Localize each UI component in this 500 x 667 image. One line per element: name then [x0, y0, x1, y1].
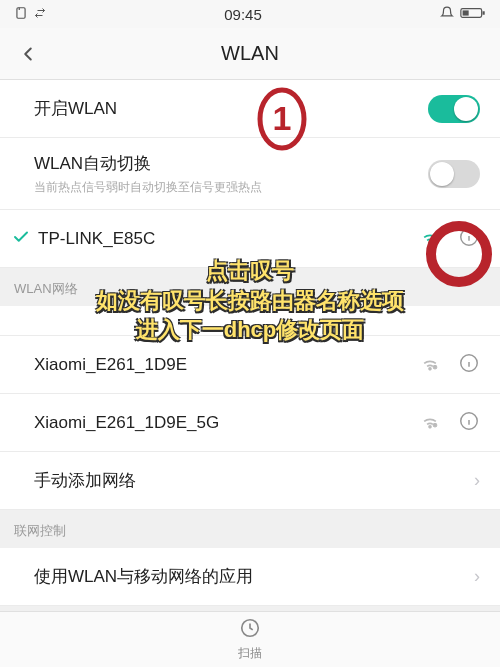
svg-point-14	[429, 425, 431, 427]
content: 开启WLAN WLAN自动切换 当前热点信号弱时自动切换至信号更强热点 TP-L…	[0, 80, 500, 611]
svg-point-4	[429, 241, 431, 243]
wifi-icon	[420, 227, 440, 251]
svg-rect-2	[483, 11, 485, 14]
nav-bar: WLAN	[0, 28, 500, 80]
chevron-right-icon: ›	[474, 470, 480, 491]
wlan-enable-toggle[interactable]	[428, 95, 480, 123]
alarm-icon	[440, 6, 454, 23]
svg-point-8	[429, 367, 431, 369]
status-left	[14, 6, 46, 23]
network-ssid: Xiaomi_E261_1D9E	[34, 355, 420, 375]
status-right	[440, 6, 486, 23]
wifi-icon	[420, 353, 440, 377]
chevron-right-icon: ›	[474, 566, 480, 587]
wlan-autoswitch-label: WLAN自动切换	[34, 152, 428, 175]
svg-rect-0	[17, 7, 25, 18]
scan-label[interactable]: 扫描	[238, 645, 262, 662]
wlan-autoswitch-toggle[interactable]	[428, 160, 480, 188]
status-bar: 09:45	[0, 0, 500, 28]
network-row[interactable]: Xiaomi_E261_1D9E	[0, 336, 500, 394]
status-time: 09:45	[224, 6, 262, 23]
scan-icon[interactable]	[239, 617, 261, 643]
svg-rect-10	[434, 366, 436, 368]
section-control: 联网控制	[0, 510, 500, 548]
bottom-bar: 扫描	[0, 611, 500, 667]
battery-icon	[460, 6, 486, 23]
wlan-enable-row[interactable]: 开启WLAN	[0, 80, 500, 138]
wlan-autoswitch-row[interactable]: WLAN自动切换 当前热点信号弱时自动切换至信号更强热点	[0, 138, 500, 210]
info-icon[interactable]	[458, 352, 480, 378]
network-ssid: Xiaomi_E261_1D9E_5G	[34, 413, 420, 433]
wlan-autoswitch-sub: 当前热点信号弱时自动切换至信号更强热点	[34, 179, 428, 196]
app-control-row[interactable]: 使用WLAN与移动网络的应用 ›	[0, 548, 500, 606]
check-icon	[12, 228, 30, 250]
connected-ssid: TP-LINK_E85C	[38, 229, 420, 249]
manual-add-label: 手动添加网络	[34, 469, 466, 492]
spacer	[0, 306, 500, 336]
page-title: WLAN	[0, 42, 500, 65]
info-icon[interactable]	[458, 226, 480, 252]
manual-add-row[interactable]: 手动添加网络 ›	[0, 452, 500, 510]
back-button[interactable]	[8, 43, 48, 65]
connected-network-row[interactable]: TP-LINK_E85C	[0, 210, 500, 268]
svg-rect-16	[434, 424, 436, 426]
sim-icon	[14, 6, 28, 23]
network-row[interactable]: Xiaomi_E261_1D9E_5G	[0, 394, 500, 452]
transfer-icon	[34, 7, 46, 22]
app-control-label: 使用WLAN与移动网络的应用	[34, 565, 466, 588]
wlan-enable-label: 开启WLAN	[34, 97, 428, 120]
section-networks: WLAN网络	[0, 268, 500, 306]
info-icon[interactable]	[458, 410, 480, 436]
svg-rect-3	[463, 10, 469, 15]
wifi-icon	[420, 411, 440, 435]
